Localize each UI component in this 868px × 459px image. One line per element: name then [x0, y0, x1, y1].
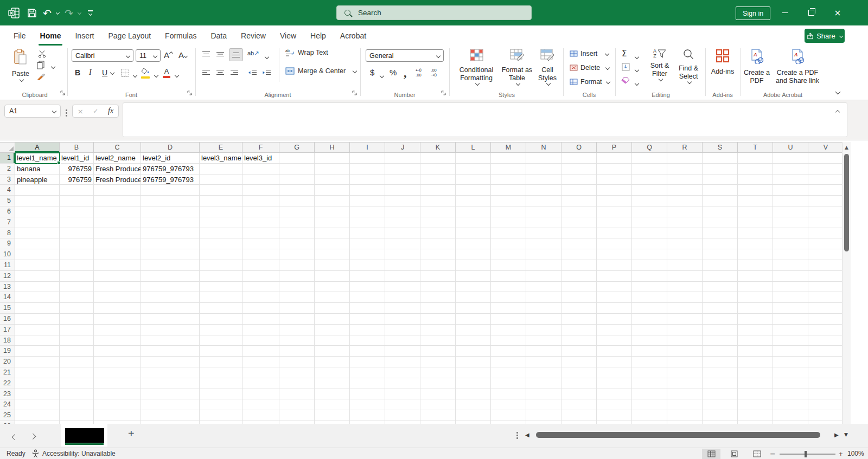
cell-D2[interactable]: 976759_976793	[141, 164, 200, 174]
cell-S7[interactable]	[703, 217, 738, 228]
cell-M24[interactable]	[491, 399, 526, 410]
cell-P15[interactable]	[597, 303, 632, 314]
percent-style-button[interactable]: %	[390, 68, 397, 77]
increase-decimal-button[interactable]: ←0.00	[416, 68, 422, 77]
cell-U18[interactable]	[773, 335, 808, 346]
cell-C22[interactable]	[94, 378, 141, 389]
cell-M23[interactable]	[491, 389, 526, 400]
cell-S19[interactable]	[703, 346, 738, 357]
cell-U8[interactable]	[773, 228, 808, 239]
cell-L18[interactable]	[456, 335, 491, 346]
menu-tab-insert[interactable]: Insert	[68, 25, 101, 46]
cell-H1[interactable]	[315, 153, 350, 164]
cell-R6[interactable]	[667, 206, 703, 217]
cell-A6[interactable]	[15, 206, 60, 217]
cell-C20[interactable]	[94, 357, 141, 367]
column-header-S[interactable]: S	[703, 143, 738, 153]
row-header-23[interactable]: 23	[0, 389, 15, 400]
cell-I23[interactable]	[350, 389, 385, 400]
cell-I16[interactable]	[350, 314, 385, 325]
cell-Q12[interactable]	[632, 271, 667, 282]
cell-A14[interactable]	[15, 292, 60, 303]
cell-T5[interactable]	[738, 196, 773, 206]
row-header-18[interactable]: 18	[0, 335, 15, 346]
align-top-button[interactable]	[202, 51, 210, 59]
cell-O9[interactable]	[561, 238, 597, 249]
cell-Q11[interactable]	[632, 260, 667, 271]
cell-H7[interactable]	[315, 217, 350, 228]
column-header-E[interactable]: E	[200, 143, 242, 153]
cell-O18[interactable]	[561, 335, 597, 346]
cell-T18[interactable]	[738, 335, 773, 346]
cell-T13[interactable]	[738, 282, 773, 293]
underline-button[interactable]: U	[102, 68, 114, 77]
number-format-select[interactable]: General	[366, 49, 444, 62]
cell-V20[interactable]	[808, 357, 842, 367]
cell-K7[interactable]	[420, 217, 456, 228]
cell-E8[interactable]	[200, 228, 242, 239]
cell-R9[interactable]	[667, 238, 703, 249]
cell-U22[interactable]	[773, 378, 808, 389]
cell-M18[interactable]	[491, 335, 526, 346]
cell-P11[interactable]	[597, 260, 632, 271]
hscroll-right-icon[interactable]: ▶	[834, 432, 839, 438]
cell-D20[interactable]	[141, 357, 200, 367]
menu-tab-file[interactable]: File	[7, 25, 33, 46]
conditional-formatting-button[interactable]: Conditional Formatting	[455, 49, 498, 85]
cell-R23[interactable]	[667, 389, 703, 400]
cell-B12[interactable]	[60, 271, 94, 282]
cell-G24[interactable]	[279, 399, 315, 410]
cell-G9[interactable]	[279, 238, 315, 249]
cell-B14[interactable]	[60, 292, 94, 303]
cell-I22[interactable]	[350, 378, 385, 389]
cell-T12[interactable]	[738, 271, 773, 282]
cell-O15[interactable]	[561, 303, 597, 314]
cell-Q16[interactable]	[632, 314, 667, 325]
cell-N13[interactable]	[526, 282, 561, 293]
cell-N21[interactable]	[526, 367, 561, 378]
cell-A1[interactable]: level1_name	[15, 153, 60, 164]
row-header-20[interactable]: 20	[0, 357, 15, 367]
cell-N1[interactable]	[526, 153, 561, 164]
cell-H3[interactable]	[315, 174, 350, 185]
cell-T15[interactable]	[738, 303, 773, 314]
cell-B1[interactable]: level1_id	[60, 153, 94, 164]
cell-R20[interactable]	[667, 357, 703, 367]
cell-P24[interactable]	[597, 399, 632, 410]
cell-D8[interactable]	[141, 228, 200, 239]
cell-H16[interactable]	[315, 314, 350, 325]
cell-U24[interactable]	[773, 399, 808, 410]
cell-M17[interactable]	[491, 325, 526, 335]
cell-K2[interactable]	[420, 164, 456, 174]
cell-E9[interactable]	[200, 238, 242, 249]
cell-M15[interactable]	[491, 303, 526, 314]
cell-I11[interactable]	[350, 260, 385, 271]
cell-D21[interactable]	[141, 367, 200, 378]
cell-S14[interactable]	[703, 292, 738, 303]
cell-F25[interactable]	[242, 410, 279, 421]
cell-B19[interactable]	[60, 346, 94, 357]
cell-F11[interactable]	[242, 260, 279, 271]
cell-J18[interactable]	[385, 335, 420, 346]
cell-N3[interactable]	[526, 174, 561, 185]
cell-M16[interactable]	[491, 314, 526, 325]
column-header-B[interactable]: B	[60, 143, 94, 153]
cell-H11[interactable]	[315, 260, 350, 271]
menu-tab-home[interactable]: Home	[33, 25, 68, 46]
cell-E13[interactable]	[200, 282, 242, 293]
cell-S24[interactable]	[703, 399, 738, 410]
cell-D22[interactable]	[141, 378, 200, 389]
cell-J5[interactable]	[385, 196, 420, 206]
cell-J19[interactable]	[385, 346, 420, 357]
row-header-11[interactable]: 11	[0, 260, 15, 271]
column-header-P[interactable]: P	[597, 143, 632, 153]
hscroll-thumb[interactable]	[536, 432, 820, 438]
cell-U11[interactable]	[773, 260, 808, 271]
cell-V18[interactable]	[808, 335, 842, 346]
cell-R2[interactable]	[667, 164, 703, 174]
cell-O11[interactable]	[561, 260, 597, 271]
cell-K10[interactable]	[420, 249, 456, 260]
cell-U13[interactable]	[773, 282, 808, 293]
cell-I24[interactable]	[350, 399, 385, 410]
cell-S22[interactable]	[703, 378, 738, 389]
